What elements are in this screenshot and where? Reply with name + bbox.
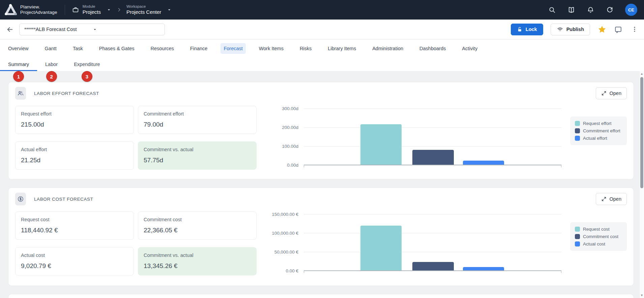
- workspace-value: Projects Center: [126, 9, 161, 15]
- subtab-labor[interactable]: Labor2: [37, 58, 66, 71]
- scrollbar-thumb[interactable]: [640, 77, 643, 188]
- tab-dashboards[interactable]: Dashboards: [411, 46, 454, 51]
- user-avatar[interactable]: CE: [625, 4, 637, 16]
- legend-label: Commitment effort: [583, 128, 620, 133]
- y-tick-label: 100,000.00 €: [272, 231, 298, 236]
- stat-value: 21.25d: [21, 157, 128, 164]
- bar-commitment-effort: [412, 150, 453, 165]
- subtab-summary[interactable]: Summary1: [0, 58, 37, 71]
- refresh-icon[interactable]: [606, 6, 614, 14]
- stat-label: Commitment effort: [144, 111, 251, 117]
- project-toolbar: ******ALB Forecast Cost Lock Publish: [0, 20, 644, 39]
- workspace-switcher[interactable]: Workspace Projects Center: [126, 4, 172, 15]
- stat-tile-commitment-cost: Commitment cost22,366.05 €: [138, 211, 257, 240]
- gridline: [304, 233, 561, 233]
- open-button-label: Open: [610, 196, 621, 202]
- favorite-star-icon[interactable]: [597, 25, 607, 34]
- stat-tile-commitment-effort: Commitment effort79.00d: [138, 106, 257, 134]
- tab-label: Work Items: [256, 43, 287, 54]
- module-caret-icon[interactable]: [106, 7, 112, 12]
- documentation-book-icon[interactable]: [567, 6, 575, 14]
- module-label: Module: [83, 4, 101, 9]
- forecast-subtab-bar: Summary1Labor2Expenditure3: [0, 58, 644, 71]
- tab-library-items[interactable]: Library Items: [320, 46, 364, 51]
- stat-tile-actual-effort: Actual effort21.25d: [15, 141, 134, 170]
- search-icon[interactable]: [548, 6, 556, 14]
- module-switcher[interactable]: Module Projects: [72, 4, 112, 15]
- lock-button[interactable]: Lock: [511, 24, 543, 35]
- tab-label: Task: [70, 43, 86, 54]
- dollar-circle-icon: [15, 193, 26, 205]
- tab-risks[interactable]: Risks: [292, 46, 320, 51]
- tab-gantt[interactable]: Gantt: [36, 46, 64, 51]
- stat-value: 57.75d: [144, 157, 251, 164]
- stat-label: Actual cost: [21, 253, 128, 258]
- tab-overview[interactable]: Overview: [0, 46, 36, 51]
- project-selector[interactable]: ******ALB Forecast Cost: [19, 24, 165, 35]
- people-icon: [15, 87, 26, 100]
- y-tick-label: 200.00d: [282, 125, 298, 130]
- module-tabs: OverviewGanttTaskPhases & GatesResources…: [0, 46, 486, 51]
- vertical-scrollbar[interactable]: ▲ ▼: [639, 71, 644, 298]
- legend-item-actual-cost: Actual cost: [575, 241, 622, 246]
- stat-label: Commitment vs. actual: [144, 147, 251, 152]
- tab-activity[interactable]: Activity: [454, 46, 486, 51]
- legend-swatch: [575, 128, 580, 133]
- back-arrow-icon[interactable]: [6, 26, 14, 33]
- legend-swatch: [575, 227, 580, 232]
- workspace-caret-icon[interactable]: [167, 7, 172, 12]
- kebab-menu-icon[interactable]: [631, 26, 638, 33]
- y-tick-label: 300.00d: [282, 106, 298, 111]
- stat-tile-actual-cost: Actual cost9,020.79 €: [15, 247, 134, 275]
- stat-value: 9,020.79 €: [21, 262, 128, 270]
- legend-swatch: [575, 241, 580, 246]
- publish-button-label: Publish: [566, 27, 584, 32]
- planview-logo[interactable]: Planview. ProjectAdvantage: [5, 4, 57, 16]
- tab-administration[interactable]: Administration: [364, 46, 411, 51]
- subtab-expenditure[interactable]: Expenditure3: [66, 58, 108, 71]
- module-tab-bar: OverviewGanttTaskPhases & GatesResources…: [0, 39, 644, 58]
- tab-label: Forecast: [221, 43, 245, 54]
- comments-icon[interactable]: [614, 25, 622, 34]
- tab-label: Phases & Gates: [96, 43, 138, 54]
- legend-swatch: [575, 121, 580, 126]
- gridline: [304, 127, 561, 128]
- tab-work-items[interactable]: Work Items: [251, 46, 292, 51]
- stat-value: 22,366.05 €: [144, 227, 251, 234]
- gridline: [304, 146, 561, 146]
- open-effort-widget-button[interactable]: Open: [596, 87, 627, 99]
- legend-item-request-effort: Request effort: [575, 121, 622, 126]
- labor-effort-forecast-card: LABOR EFFORT FORECAST Open Request effor…: [8, 82, 634, 179]
- tab-task[interactable]: Task: [65, 46, 91, 51]
- scroll-down-icon[interactable]: ▼: [640, 294, 644, 297]
- chevron-down-icon: [92, 27, 160, 32]
- tab-resources[interactable]: Resources: [143, 46, 182, 51]
- tab-finance[interactable]: Finance: [182, 46, 216, 51]
- gridline: [304, 252, 561, 252]
- stat-tile-request-effort: Request effort215.00d: [15, 106, 134, 134]
- y-tick-label: 0.00d: [287, 163, 298, 168]
- notifications-bell-icon[interactable]: [587, 6, 594, 14]
- tab-label: Risks: [297, 43, 315, 54]
- tab-forecast[interactable]: Forecast: [215, 46, 251, 51]
- briefcase-icon: [72, 6, 79, 13]
- legend-swatch: [575, 136, 580, 141]
- tab-label: Overview: [5, 43, 31, 54]
- publish-button[interactable]: Publish: [551, 24, 590, 35]
- open-cost-widget-button[interactable]: Open: [596, 193, 627, 205]
- legend-item-commitment-effort: Commitment effort: [575, 128, 622, 133]
- tab-phases-gates[interactable]: Phases & Gates: [91, 46, 143, 51]
- forecast-subtabs: Summary1Labor2Expenditure3: [0, 58, 108, 71]
- stat-label: Actual effort: [21, 147, 128, 152]
- annotation-badge-2: 2: [46, 71, 57, 82]
- bar-request-effort: [360, 124, 402, 165]
- tab-label: Administration: [369, 43, 406, 54]
- tab-label: Library Items: [325, 43, 359, 54]
- cost-bar-chart: 150,000.00 €100,000.00 €50,000.00 €0.00 …: [265, 211, 627, 275]
- open-button-label: Open: [610, 91, 621, 96]
- scroll-up-icon[interactable]: ▲: [640, 72, 644, 75]
- tab-label: Dashboards: [416, 43, 449, 54]
- subtab-label: Summary: [8, 62, 29, 67]
- y-tick-label: 0.00 €: [286, 268, 298, 273]
- chart-y-axis-labels: 300.00d200.00d100.00d0.00d: [265, 108, 304, 165]
